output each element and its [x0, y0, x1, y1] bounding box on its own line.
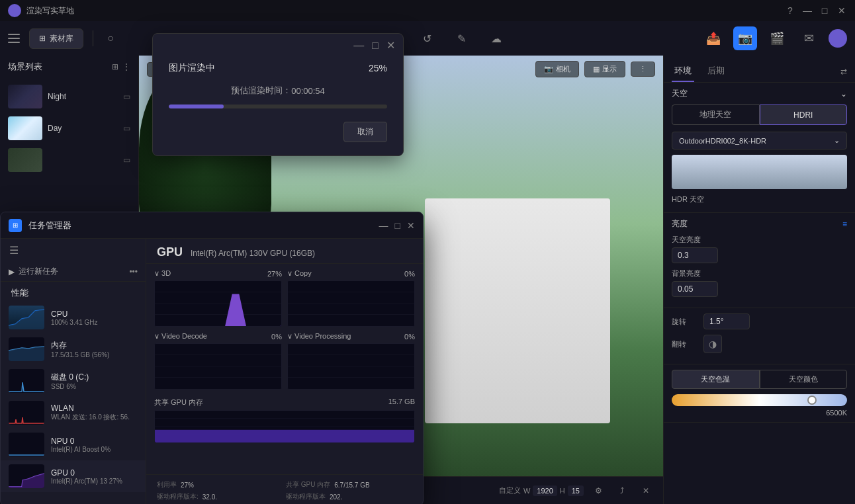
gpu-copy-chart — [287, 280, 415, 327]
camera-mode-btn[interactable]: 📷 — [733, 26, 757, 50]
task-manager-titlebar: ⊞ 任务管理器 — □ ✕ — [1, 212, 423, 239]
tm-minimize-btn[interactable]: — — [379, 220, 388, 231]
camera-btn[interactable]: 📷 相机 — [535, 61, 579, 77]
tm-close-btn[interactable]: ✕ — [407, 220, 415, 231]
right-panel-tabs: 环境 后期 ⇄ — [664, 56, 855, 83]
right-panel: 环境 后期 ⇄ 天空 ⌄ 地理天空 HDRI OutdoorHDRI002_8K… — [663, 56, 855, 504]
sky-type-hdri-btn[interactable]: HDRI — [760, 105, 848, 125]
gpu-3d-pct: 27% — [267, 270, 282, 278]
driver2-value: 202. — [330, 493, 342, 501]
sky-title: 天空 — [672, 88, 688, 99]
shared-mem-header: 共享 GPU 内存 15.7 GB — [154, 398, 415, 407]
user-avatar[interactable] — [829, 29, 847, 48]
sky-temp-btns: 天空色温 天空颜色 — [672, 370, 847, 389]
toolbar-right: 📤 📷 🎬 ✉ — [701, 26, 847, 50]
list-item[interactable]: ▭ — [0, 144, 138, 176]
message-btn[interactable]: ✉ — [797, 26, 821, 50]
sky-color-temp-btn[interactable]: 天空色温 — [672, 370, 760, 389]
settings-icon[interactable]: ⚙ — [589, 482, 608, 500]
gpu-decode-header: ∨ Video Decode 0% — [154, 332, 282, 341]
title-bar: 渲染写实草地 ? — □ ✕ — [0, 0, 855, 21]
shared-mem-label: 共享 GPU 内存 — [154, 398, 203, 407]
list-item[interactable]: WLAN WLAN 发送: 16.0 接收: 56. — [1, 397, 146, 429]
list-item[interactable]: GPU 0 Intel(R) Arc(TM) 13 27% — [1, 460, 146, 492]
tm-more-btn[interactable]: ••• — [129, 267, 138, 276]
circle-btn[interactable]: ○ — [103, 30, 118, 46]
list-item[interactable]: Night ▭ — [0, 81, 138, 112]
render-title: 图片渲染中 — [169, 62, 215, 74]
scene-icon: ▭ — [123, 92, 130, 101]
list-item[interactable]: CPU 100% 3.41 GHz — [1, 302, 146, 333]
sky-type-btns: 地理天空 HDRI — [672, 105, 847, 125]
rotate-row: 旋转 — [672, 314, 847, 329]
tab-environment[interactable]: 环境 — [672, 61, 694, 82]
list-item[interactable]: 磁盘 0 (C:) SSD 6% — [1, 365, 146, 397]
gpu-processing-header: ∨ Video Processing 0% — [287, 332, 415, 341]
panel-expand-btn[interactable]: ⇄ — [840, 67, 847, 76]
gpu-3d-section: ∨ 3D 27% — [154, 269, 282, 327]
task-manager-title: 任务管理器 — [28, 220, 373, 231]
list-item[interactable]: NPU 0 Intel(R) AI Boost 0% — [1, 429, 146, 460]
render-percent: 25% — [369, 63, 387, 73]
sky-brightness-input[interactable] — [672, 247, 718, 263]
hdri-dropdown[interactable]: OutdoorHDRI002_8K-HDR ⌄ — [672, 132, 847, 149]
render-modal-header: — □ ✕ — [153, 34, 403, 52]
export-btn[interactable]: 📤 — [701, 26, 725, 50]
share-icon[interactable]: ⤴ — [613, 482, 631, 500]
rotate-input[interactable] — [703, 314, 750, 329]
gpu-decode-pct: 0% — [271, 333, 282, 341]
cpu-name: CPU — [51, 310, 138, 319]
sky-type-geo-btn[interactable]: 地理天空 — [672, 105, 760, 125]
minimize-btn[interactable]: — — [802, 5, 813, 16]
color-temp-section: 天空色温 天空颜色 6500K — [664, 364, 855, 423]
render-title-row: 图片渲染中 25% — [169, 62, 387, 74]
add-scene-btn[interactable]: ⊞ — [112, 62, 118, 71]
help-btn[interactable]: ? — [785, 5, 795, 16]
render-modal-minimize[interactable]: — — [353, 40, 364, 52]
flip-label: 翻转 — [672, 339, 698, 349]
flip-btn[interactable]: ◑ — [703, 335, 722, 353]
mem-spark — [9, 337, 44, 361]
disk-name: 磁盘 0 (C:) — [51, 372, 138, 383]
render-modal-maximize[interactable]: □ — [372, 40, 379, 52]
gpu-title: GPU — [157, 245, 183, 259]
bg-brightness-input[interactable] — [672, 281, 718, 297]
tm-run-task-btn[interactable]: ▶ 运行新任务 — [9, 266, 58, 277]
scene-thumbnail — [8, 116, 42, 140]
driver-label: 驱动程序版本: — [157, 492, 199, 501]
maximize-btn[interactable]: □ — [819, 5, 830, 16]
camera-label: 相机 — [556, 64, 570, 74]
shape-btn-4[interactable]: ↺ — [420, 30, 435, 46]
gpu0-name: GPU 0 — [51, 468, 138, 478]
sky-color-btn[interactable]: 天空颜色 — [760, 370, 848, 389]
video-btn[interactable]: 🎬 — [765, 26, 789, 50]
tab-post[interactable]: 后期 — [705, 61, 727, 82]
task-manager-icon: ⊞ — [9, 219, 22, 232]
close-btn[interactable]: ✕ — [836, 5, 847, 16]
render-cancel-btn[interactable]: 取消 — [343, 122, 387, 142]
viewport-more-btn[interactable]: ⋮ — [631, 62, 655, 77]
asset-library-btn[interactable]: ⊞ 素材库 — [29, 28, 83, 49]
render-modal-close[interactable]: ✕ — [386, 39, 395, 52]
npu-name: NPU 0 — [51, 437, 138, 446]
close-icon[interactable]: ✕ — [637, 482, 655, 500]
list-item[interactable]: Day ▭ — [0, 112, 138, 144]
tm-hamburger-btn[interactable]: ☰ — [1, 239, 27, 262]
wlan-name: WLAN — [51, 403, 138, 413]
brightness-header[interactable]: 亮度 ≡ — [672, 218, 847, 230]
color-temp-slider[interactable] — [672, 394, 847, 406]
list-item[interactable]: 内存 17.5/31.5 GB (56%) — [1, 333, 146, 365]
scene-menu-btn[interactable]: ⋮ — [122, 62, 130, 71]
sky-brightness-label: 天空亮度 — [672, 235, 847, 245]
sky-section-header[interactable]: 天空 ⌄ — [672, 88, 847, 99]
footer-shared: 共享 GPU 内存 6.7/15.7 GB — [286, 480, 412, 489]
shape-btn-6[interactable]: ☁ — [488, 30, 504, 46]
scene-header-btns: ⊞ ⋮ — [112, 62, 130, 71]
gpu-copy-section: ∨ Copy 0% — [287, 269, 415, 327]
tm-maximize-btn[interactable]: □ — [395, 220, 400, 231]
render-time-label: 预估渲染时间： — [231, 85, 291, 97]
tm-window-btns: — □ ✕ — [379, 220, 415, 231]
shape-btn-5[interactable]: ✎ — [454, 30, 470, 46]
menu-btn[interactable] — [8, 30, 24, 46]
display-btn[interactable]: ▦ 显示 — [584, 61, 625, 77]
